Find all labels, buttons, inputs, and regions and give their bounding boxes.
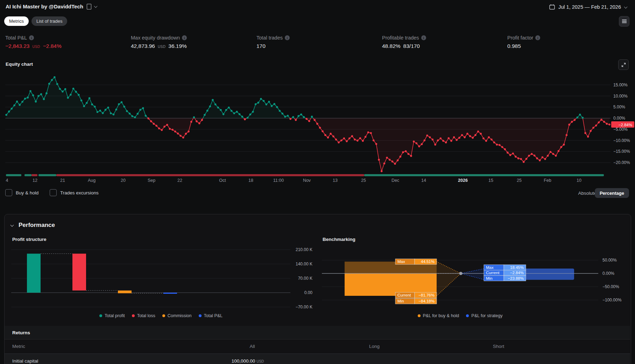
benchmarking-chart[interactable]: 50.00%0.00%−50.00%−100.00%Max44.51%Curre… [322,245,635,313]
x-axis-label: Feb [544,178,551,183]
page-title: AI Ichi Master by @DaviddTech [6,3,83,9]
svg-text:0.00: 0.00 [304,290,313,295]
current-point-dot [459,272,463,275]
trades-excursions-checkbox[interactable] [50,189,57,196]
x-axis-label: 14 [421,178,426,183]
svg-text:−84.18%: −84.18% [418,299,435,303]
benchmarking-legend: P&L for buy & holdP&L for strategy [322,313,598,318]
column-short: Short [493,344,504,349]
svg-text:−100.00%: −100.00% [602,298,622,302]
column-all: All [249,344,255,349]
x-axis-label: 18 [248,178,253,183]
report-layout-menu-button[interactable] [619,16,629,27]
x-axis-label: 25 [517,178,522,183]
svg-text:−2.84%: −2.84% [510,271,524,275]
info-icon[interactable]: i [535,35,540,40]
percentage-mode-label: Percentage [600,191,624,196]
svg-text:−23.88%: −23.88% [508,276,524,280]
tab-list-of-trades[interactable]: List of trades [31,16,67,26]
svg-text:−81.76%: −81.76% [418,293,435,297]
x-axis-label: 10 [577,178,581,183]
x-axis-label: Nov [303,178,311,183]
svg-text:Max: Max [486,265,494,270]
buy-and-hold-checkbox[interactable] [5,189,12,196]
legend-dot [132,314,135,317]
info-icon[interactable]: i [285,35,290,40]
svg-text:Max: Max [397,259,405,264]
x-axis-label: Oct [219,178,226,183]
strategy-title-row[interactable]: AI Ichi Master by @DaviddTech [6,3,97,9]
percentage-mode-button[interactable]: Percentage [595,188,629,198]
tab-metrics[interactable]: Metrics [4,16,29,26]
metric-profitable-trades: Profitable tradesi48.82%83/170 [382,35,487,49]
returns-section-header: Returns [5,326,630,339]
info-icon[interactable]: i [29,35,34,40]
legend-dot [418,314,421,317]
svg-text:−70.00 K: −70.00 K [296,305,312,309]
returns-table-header: Metric All Long Short [5,340,630,354]
bar-commission [118,291,132,293]
legend-item[interactable]: Total P&L [199,313,223,318]
benchmarking-title: Benchmarking [323,237,355,242]
legend-item[interactable]: P&L for strategy [466,313,502,318]
table-row: Initial capital 100,000.00 USD [5,354,630,364]
tab-metrics-label: Metrics [9,19,24,24]
date-range-picker[interactable]: Jul 1, 2025 — Feb 21, 2026 [549,4,627,10]
svg-text:Current: Current [486,271,500,275]
calendar-icon [549,4,555,10]
metric-profit-factor: Profit factori0.985 [507,35,612,49]
svg-text:18.45%: 18.45% [510,265,524,270]
svg-text:140.00 K: 140.00 K [296,262,312,266]
collapse-chevron-icon[interactable] [10,224,14,227]
info-icon[interactable]: i [182,35,187,40]
chevron-down-icon[interactable] [624,6,627,9]
legend-item[interactable]: Total loss [132,313,155,318]
trades-excursions-checkbox-row[interactable]: Trades excursions [50,189,99,196]
equity-chart-title: Equity chart [6,62,33,67]
svg-text:0.00%: 0.00% [613,116,625,121]
row-all-value: 100,000.00 USD [232,358,264,364]
column-long: Long [369,344,380,349]
svg-text:−50.00%: −50.00% [602,284,619,289]
menu-icon [622,20,627,20]
metric-total-trades: Total tradesi170 [256,35,361,49]
date-range-label: Jul 1, 2025 — Feb 21, 2026 [558,4,621,10]
x-axis-label: 13 [333,178,338,183]
svg-text:−10.00%: −10.00% [613,138,630,143]
info-icon[interactable]: i [421,35,426,40]
metric-max-equity-drawdown: Max equity drawdowni42,873.96USD36.19% [131,35,236,49]
performance-title: Performance [19,222,55,229]
equity-chart-plot[interactable]: 15.00%10.00%5.00%0.00%−5.00%−10.00%−15.0… [0,66,635,178]
bar-total-p-l [163,293,177,294]
svg-text:−15.00%: −15.00% [613,149,630,154]
x-axis-label: 12 [33,178,37,183]
bar-total-profit [27,254,41,293]
tab-list-of-trades-label: List of trades [36,19,62,24]
svg-text:210.00 K: 210.00 K [296,247,312,252]
legend-item[interactable]: P&L for buy & hold [418,313,459,318]
performance-section-header[interactable]: Performance [10,222,55,229]
svg-text:44.51%: 44.51% [421,259,435,264]
profit-structure-chart[interactable]: 210.00 K140.00 K70.00 K0.00−70.00 K [7,245,315,313]
trades-excursions-label: Trades excursions [60,190,99,195]
column-metric: Metric [12,344,25,349]
svg-text:−2.84%: −2.84% [619,123,632,127]
legend-item[interactable]: Total profit [99,313,125,318]
missing-emoji-glyph [87,4,91,9]
x-axis-label: Sep [148,178,155,183]
profit-structure-legend: Total profitTotal lossCommissionTotal P&… [7,313,315,318]
equity-x-axis: 41221Aug20Sep22Oct1811:00Nov1325Dec14202… [0,178,635,184]
returns-title: Returns [12,330,30,335]
chevron-down-icon[interactable] [94,5,97,8]
buy-and-hold-label: Buy & hold [16,190,38,195]
profit-structure-title: Profit structure [12,237,47,242]
bar-total-loss [72,254,86,290]
svg-text:5.00%: 5.00% [613,105,625,109]
x-axis-label: 21 [60,178,65,183]
buy-and-hold-checkbox-row[interactable]: Buy & hold [5,189,38,196]
metric-total-p-l: Total P&Li−2,843.23USD−2.84% [5,35,110,49]
legend-dot [466,314,469,317]
svg-text:50.00%: 50.00% [602,258,617,263]
legend-item[interactable]: Commission [162,313,192,318]
absolute-mode-button[interactable]: Absolute [578,191,597,196]
